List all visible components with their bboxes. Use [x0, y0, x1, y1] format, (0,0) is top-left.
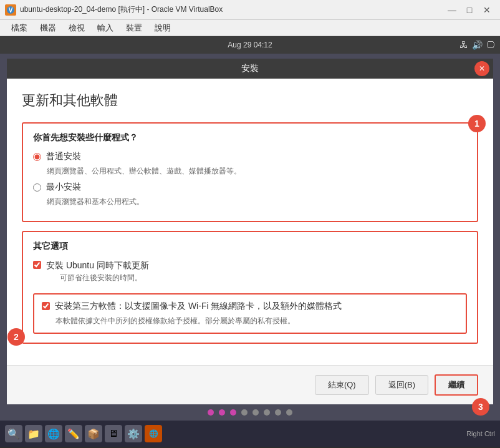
- taskbar-settings[interactable]: ⚙️: [125, 425, 142, 442]
- vm-screen: 2 安裝 ✕ 更新和其他軟體 你首先想安裝些什麼程式？ 普通安裝 網頁瀏覽器、公…: [0, 54, 500, 421]
- minimize-button[interactable]: —: [444, 4, 460, 16]
- step-dot-5: [252, 409, 259, 416]
- continue-button[interactable]: 繼續: [435, 374, 478, 396]
- install-dialog: 安裝 ✕ 更新和其他軟體 你首先想安裝些什麼程式？ 普通安裝 網頁瀏覽器、公用程…: [7, 59, 493, 404]
- updates-checkbox[interactable]: [33, 261, 41, 269]
- step-dot-6: [264, 409, 270, 416]
- vm-datetime: Aug 29 04:12: [228, 41, 272, 49]
- updates-option[interactable]: 安裝 Ubuntu 同時下載更新 可節省往後安裝的時間。: [33, 260, 467, 288]
- dialog-title: 安裝: [241, 63, 259, 74]
- taskbar-left: 🔍 📁 🌐 ✏️ 📦 🖥 ⚙️ 🌐: [5, 425, 162, 442]
- menubar: 檔案 機器 檢視 輸入 裝置 說明: [0, 20, 500, 36]
- step-indicators: [7, 404, 493, 421]
- app-icon: V: [5, 4, 16, 16]
- step-dot-7: [275, 409, 281, 416]
- dialog-footer: 結束(Q) 返回(B) 繼續 3: [7, 365, 493, 404]
- menu-machine[interactable]: 機器: [34, 21, 62, 35]
- third-party-checkbox[interactable]: [42, 302, 50, 310]
- install-type-section: 你首先想安裝些什麼程式？ 普通安裝 網頁瀏覽器、公用程式、辦公軟體、遊戲、媒體播…: [22, 122, 478, 222]
- other-options-section: 其它選項 安裝 Ubuntu 同時下載更新 可節省往後安裝的時間。 安裝第三方軟…: [22, 231, 478, 344]
- dialog-close-button[interactable]: ✕: [474, 61, 489, 76]
- minimal-install-description: 網頁瀏覽器和基本公用程式。: [47, 197, 467, 207]
- step-dot-1: [208, 409, 214, 416]
- menu-file[interactable]: 檔案: [5, 21, 34, 35]
- minimal-install-radio[interactable]: [33, 183, 41, 192]
- menu-help[interactable]: 說明: [148, 21, 177, 35]
- taskbar-search[interactable]: 🔍: [5, 425, 22, 442]
- updates-description: 可節省往後安裝的時間。: [60, 273, 149, 283]
- other-options-label: 其它選項: [33, 241, 467, 252]
- dialog-titlebar: 安裝 ✕: [7, 59, 493, 79]
- step-badge-3: 3: [472, 398, 489, 416]
- step-dot-3: [230, 409, 236, 416]
- svg-text:V: V: [9, 7, 13, 14]
- quit-button[interactable]: 結束(Q): [315, 375, 369, 395]
- minimal-install-label: 最小安裝: [46, 182, 81, 193]
- maximize-button[interactable]: □: [461, 4, 478, 16]
- dialog-content: 更新和其他軟體 你首先想安裝些什麼程式？ 普通安裝 網頁瀏覽器、公用程式、辦公軟…: [7, 79, 493, 365]
- normal-install-option[interactable]: 普通安裝: [33, 151, 467, 162]
- taskbar-terminal[interactable]: 🖥: [105, 425, 122, 442]
- step-dot-4: [241, 409, 248, 416]
- window-title: ubuntu-desktop-20_04-demo [執行中] - Oracle…: [20, 4, 444, 15]
- step-badge-1: 1: [468, 115, 486, 132]
- titlebar: V ubuntu-desktop-20_04-demo [執行中] - Orac…: [0, 0, 500, 20]
- step-badge-2: 2: [7, 328, 25, 346]
- back-button[interactable]: 返回(B): [375, 375, 428, 395]
- taskbar-right: Right Ctrl: [466, 430, 495, 437]
- taskbar-editor[interactable]: ✏️: [65, 425, 82, 442]
- updates-label: 安裝 Ubuntu 同時下載更新: [46, 260, 149, 270]
- vm-statusbar: Aug 29 04:12 🖧 🔊 🖵: [0, 36, 500, 54]
- taskbar-browser[interactable]: 🌐: [45, 425, 62, 442]
- right-ctrl-label: Right Ctrl: [466, 430, 495, 437]
- taskbar-network[interactable]: 🌐: [145, 425, 162, 442]
- taskbar-packages[interactable]: 📦: [85, 425, 102, 442]
- network-icon: 🖧: [459, 40, 468, 50]
- menu-devices[interactable]: 裝置: [120, 21, 148, 35]
- taskbar: 🔍 📁 🌐 ✏️ 📦 🖥 ⚙️ 🌐 Right Ctrl: [0, 421, 500, 447]
- speaker-icon: 🔊: [472, 40, 483, 50]
- menu-input[interactable]: 輸入: [91, 21, 120, 35]
- menu-view[interactable]: 檢視: [62, 21, 91, 35]
- normal-install-radio[interactable]: [33, 153, 41, 161]
- taskbar-files[interactable]: 📁: [25, 425, 42, 442]
- third-party-box: 安裝第三方軟體：以支援圖像卡及 Wi-Fi 無線網路卡，以及額外的媒體格式 本軟…: [33, 293, 467, 334]
- install-question-label: 你首先想安裝些什麼程式？: [33, 132, 467, 144]
- display-icon: 🖵: [486, 40, 495, 50]
- step-dot-2: [219, 409, 225, 416]
- window-controls: — □ ✕: [444, 4, 495, 16]
- normal-install-description: 網頁瀏覽器、公用程式、辦公軟體、遊戲、媒體播放器等。: [47, 166, 467, 177]
- minimal-install-option[interactable]: 最小安裝: [33, 182, 467, 193]
- normal-install-label: 普通安裝: [46, 151, 81, 162]
- third-party-label: 安裝第三方軟體：以支援圖像卡及 Wi-Fi 無線網路卡，以及額外的媒體格式: [55, 301, 342, 312]
- third-party-description: 本軟體依據文件中所列的授權條款給予授權。部分屬於專屬的私有授權。: [55, 316, 458, 326]
- close-button[interactable]: ✕: [479, 4, 495, 16]
- page-heading: 更新和其他軟體: [22, 91, 478, 110]
- third-party-option[interactable]: 安裝第三方軟體：以支援圖像卡及 Wi-Fi 無線網路卡，以及額外的媒體格式: [42, 301, 458, 312]
- step-dot-8: [286, 409, 292, 416]
- vm-status-icons: 🖧 🔊 🖵: [459, 40, 495, 50]
